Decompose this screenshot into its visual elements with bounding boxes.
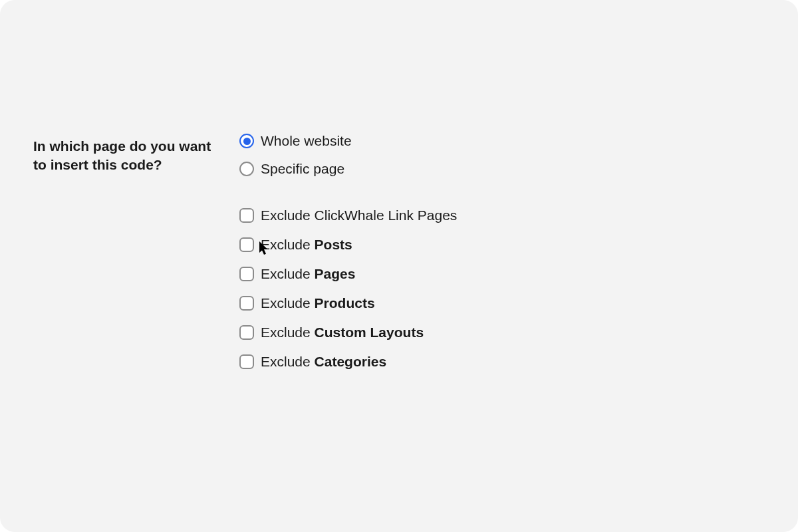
checkbox-input-icon [239, 325, 254, 340]
checkbox-exclude-clickwhale-link-pages[interactable]: Exclude ClickWhale Link Pages [239, 207, 457, 223]
question-label: In which page do you want to insert this… [33, 133, 213, 175]
radio-label: Whole website [261, 133, 352, 149]
checkbox-input-icon [239, 296, 254, 311]
checkbox-label: Exclude Custom Layouts [261, 325, 424, 340]
checkbox-label: Exclude Pages [261, 266, 355, 282]
radio-input-icon [239, 162, 254, 176]
checkbox-label: Exclude Products [261, 295, 375, 311]
checkbox-exclude-posts[interactable]: Exclude Posts [239, 237, 457, 253]
checkbox-input-icon [239, 237, 254, 252]
radio-whole-website[interactable]: Whole website [239, 133, 457, 149]
radio-label: Specific page [261, 161, 344, 177]
checkbox-label: Exclude Categories [261, 354, 386, 370]
checkbox-input-icon [239, 208, 254, 223]
options-column: Whole website Specific page Exclude Clic… [239, 133, 457, 370]
checkbox-label: Exclude Posts [261, 237, 352, 253]
form-row: In which page do you want to insert this… [33, 133, 765, 370]
exclude-checkbox-group: Exclude ClickWhale Link Pages Exclude Po… [239, 207, 457, 370]
checkbox-input-icon [239, 354, 254, 369]
checkbox-exclude-products[interactable]: Exclude Products [239, 295, 457, 311]
checkbox-exclude-pages[interactable]: Exclude Pages [239, 266, 457, 282]
settings-panel: In which page do you want to insert this… [0, 0, 798, 532]
checkbox-exclude-categories[interactable]: Exclude Categories [239, 354, 457, 370]
radio-specific-page[interactable]: Specific page [239, 161, 457, 177]
radio-group-page-scope: Whole website Specific page [239, 133, 457, 177]
checkbox-label: Exclude ClickWhale Link Pages [261, 207, 457, 223]
radio-input-icon [239, 134, 254, 148]
checkbox-input-icon [239, 267, 254, 281]
checkbox-exclude-custom-layouts[interactable]: Exclude Custom Layouts [239, 325, 457, 340]
